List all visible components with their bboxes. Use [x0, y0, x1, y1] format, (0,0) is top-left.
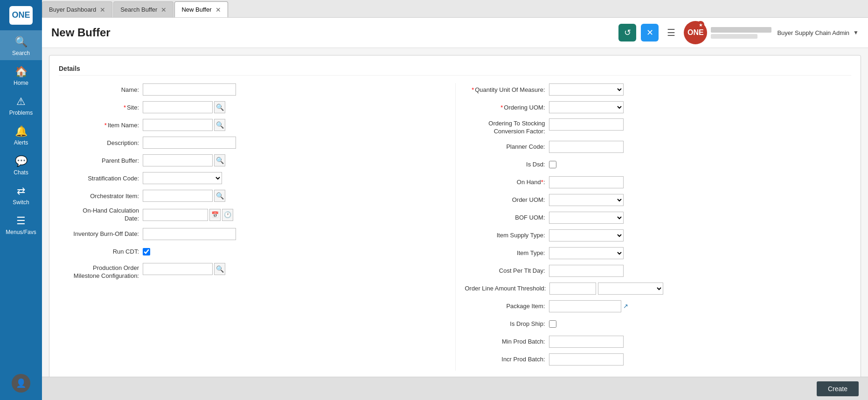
planner-code-row: Planner Code:: [465, 140, 852, 153]
order-line-amount-input[interactable]: [549, 283, 596, 295]
bof-uom-row: BOF UOM:: [465, 211, 852, 224]
sidebar-item-switch[interactable]: ⇄ Switch: [0, 179, 42, 209]
order-line-amount-select[interactable]: [598, 283, 663, 295]
item-name-input-group: 🔍: [143, 119, 225, 131]
item-name-lookup-button[interactable]: 🔍: [214, 119, 225, 131]
user-dropdown-icon[interactable]: ▼: [853, 29, 859, 36]
cancel-button[interactable]: ✕: [641, 24, 659, 41]
parent-buffer-label: Parent Buffer:: [59, 157, 143, 164]
tab-buyer-dashboard[interactable]: Buyer Dashboard ✕: [42, 1, 112, 17]
item-supply-type-label: Item Supply Type:: [465, 232, 549, 239]
orchestrator-item-label: Orchestrator Item:: [59, 193, 143, 200]
clock-button[interactable]: 🕐: [222, 209, 233, 221]
tab-buyer-dashboard-label: Buyer Dashboard: [49, 6, 96, 13]
sidebar-item-alerts[interactable]: 🔔 Alerts: [0, 120, 42, 150]
orchestrator-item-input[interactable]: [143, 190, 213, 202]
parent-buffer-input-group: 🔍: [143, 154, 225, 166]
run-cdt-checkbox[interactable]: [143, 248, 150, 255]
item-name-input[interactable]: [143, 119, 213, 131]
item-name-label: *Item Name:: [59, 122, 143, 129]
one-logo-icon: ONE: [9, 6, 33, 25]
details-section: Details Name: *Site: 🔍: [49, 55, 861, 377]
user-small-icon: 👤: [16, 378, 26, 388]
sidebar-item-chats[interactable]: 💬 Chats: [0, 150, 42, 179]
form-right-column: *Quantity Unit Of Measure: *Ordering UOM…: [455, 83, 852, 371]
bof-uom-select[interactable]: [549, 212, 624, 224]
is-drop-ship-checkbox[interactable]: [549, 320, 556, 328]
site-input-group: 🔍: [143, 101, 225, 113]
ordering-stocking-input[interactable]: [549, 118, 624, 131]
sidebar-user-avatar[interactable]: 👤: [0, 368, 42, 396]
content-area: Details Name: *Site: 🔍: [42, 48, 868, 377]
tab-buyer-dashboard-close[interactable]: ✕: [100, 7, 105, 13]
planner-code-label: Planner Code:: [465, 143, 549, 150]
description-input[interactable]: [143, 137, 236, 149]
min-prod-batch-label: Min Prod Batch:: [465, 338, 549, 345]
parent-buffer-input[interactable]: [143, 154, 213, 166]
tab-search-buffer-close[interactable]: ✕: [161, 7, 167, 13]
production-order-label: Production OrderMilestone Configuration:: [59, 263, 143, 280]
parent-buffer-lookup-button[interactable]: 🔍: [214, 154, 225, 166]
production-order-input[interactable]: [143, 263, 213, 275]
sidebar-item-chats-label: Chats: [14, 169, 28, 176]
is-dsd-checkbox[interactable]: [549, 161, 556, 168]
planner-code-input[interactable]: [549, 141, 624, 153]
is-drop-ship-row: Is Drop Ship:: [465, 317, 852, 331]
refresh-button[interactable]: ↺: [618, 24, 636, 41]
site-input[interactable]: [143, 101, 213, 113]
refresh-icon: ↺: [624, 28, 631, 38]
item-type-select[interactable]: [549, 247, 624, 259]
user-name-text: Buyer Supply Chain Admin: [777, 29, 849, 36]
ordering-uom-label: *Ordering UOM:: [465, 104, 549, 111]
cost-per-tlt-day-row: Cost Per Tlt Day:: [465, 264, 852, 277]
on-hand-calc-date-input-group: 📅 🕐: [143, 209, 233, 221]
sidebar-item-problems[interactable]: ⚠ Problems: [0, 90, 42, 120]
ordering-uom-select[interactable]: [549, 101, 624, 113]
problems-icon: ⚠: [16, 96, 26, 108]
calendar-button[interactable]: 📅: [209, 209, 221, 221]
order-uom-select[interactable]: [549, 194, 624, 206]
tab-new-buffer-close[interactable]: ✕: [215, 7, 221, 13]
switch-icon: ⇄: [17, 185, 25, 197]
page-title: New Buffer: [51, 26, 618, 39]
package-item-input[interactable]: [549, 300, 621, 312]
on-hand-input[interactable]: [549, 176, 624, 188]
external-link-icon[interactable]: ↗: [623, 303, 628, 310]
production-order-lookup-button[interactable]: 🔍: [214, 263, 225, 275]
quantity-uom-row: *Quantity Unit Of Measure:: [465, 83, 852, 96]
min-prod-batch-input[interactable]: [549, 336, 624, 348]
cancel-icon: ✕: [646, 28, 653, 38]
sidebar: ONE 🔍 Search 🏠 Home ⚠ Problems 🔔 Alerts …: [0, 0, 42, 400]
on-hand-row: On Hand*:: [465, 176, 852, 189]
header-bar: New Buffer ↺ ✕ ☰ ONE ★: [42, 18, 868, 48]
quantity-uom-select[interactable]: [549, 83, 624, 96]
inventory-burnoff-date-label: Inventory Burn-Off Date:: [59, 230, 143, 237]
orchestrator-item-lookup-button[interactable]: 🔍: [214, 190, 225, 202]
tab-search-buffer[interactable]: Search Buffer ✕: [113, 1, 174, 17]
sidebar-item-home[interactable]: 🏠 Home: [0, 60, 42, 90]
user-profile[interactable]: ONE ★ Buyer Supply Chain Admin ▼: [684, 21, 859, 44]
name-input[interactable]: [143, 83, 236, 96]
inventory-burnoff-date-row: Inventory Burn-Off Date:: [59, 228, 437, 241]
ordering-uom-row: *Ordering UOM:: [465, 101, 852, 114]
on-hand-calc-date-input[interactable]: [143, 209, 208, 221]
quantity-uom-label: *Quantity Unit Of Measure:: [465, 86, 549, 93]
item-supply-type-select[interactable]: [549, 229, 624, 241]
incr-prod-batch-input[interactable]: [549, 353, 624, 366]
sidebar-logo: ONE: [0, 0, 42, 30]
sidebar-item-menus-label: Menus/Favs: [6, 229, 36, 235]
menu-button[interactable]: ☰: [663, 25, 679, 40]
cost-per-tlt-day-input[interactable]: [549, 265, 624, 277]
sidebar-item-search[interactable]: 🔍 Search: [0, 30, 42, 60]
inventory-burnoff-date-input[interactable]: [143, 228, 236, 240]
stratification-code-select[interactable]: [143, 172, 222, 184]
tab-new-buffer[interactable]: New Buffer ✕: [174, 1, 228, 17]
site-lookup-button[interactable]: 🔍: [214, 101, 225, 113]
order-uom-label: Order UOM:: [465, 196, 549, 203]
order-uom-row: Order UOM:: [465, 193, 852, 207]
on-hand-label: On Hand*:: [465, 179, 549, 186]
create-button[interactable]: Create: [817, 381, 859, 396]
item-name-row: *Item Name: 🔍: [59, 118, 437, 131]
sidebar-item-menus[interactable]: ☰ Menus/Favs: [0, 209, 42, 239]
production-order-row: Production OrderMilestone Configuration:…: [59, 263, 437, 280]
